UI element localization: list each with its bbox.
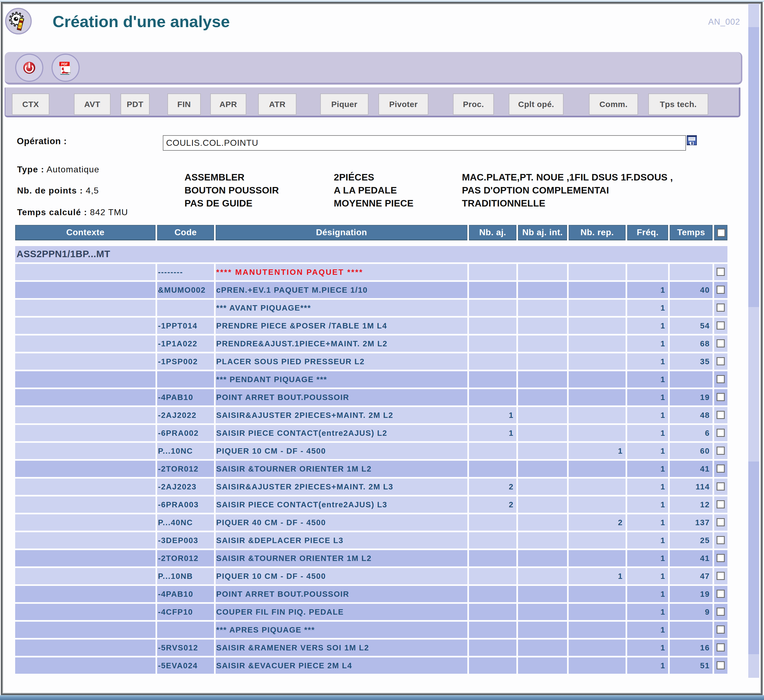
svg-text:Adobe: Adobe	[66, 72, 71, 74]
svg-text:PDF: PDF	[61, 62, 68, 66]
